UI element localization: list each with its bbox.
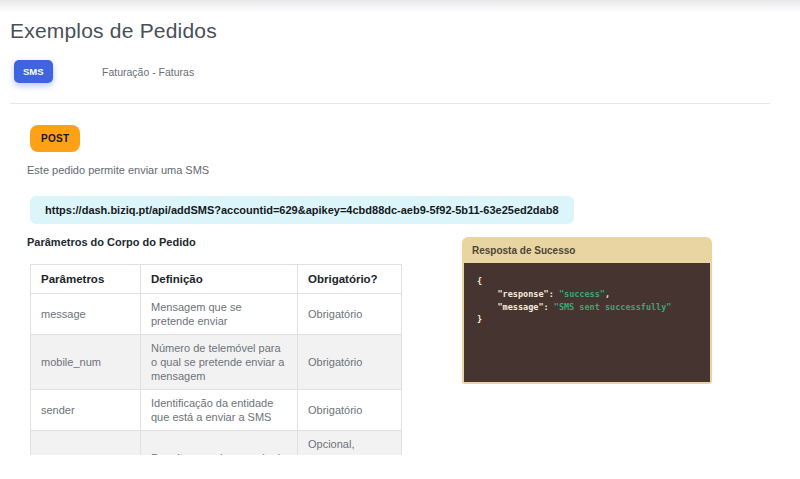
top-shadow-strip bbox=[0, 0, 800, 13]
tab-faturacao-faturas[interactable]: Faturação - Faturas bbox=[102, 66, 194, 78]
code-brace-open: { bbox=[477, 276, 482, 286]
table-row: sender Identificação da entidade que est… bbox=[31, 390, 402, 431]
param-required: Obrigatório bbox=[298, 294, 402, 335]
section-divider bbox=[10, 103, 770, 104]
tab-sms[interactable]: SMS bbox=[14, 60, 53, 83]
table-row: message Mensagem que se pretende enviar … bbox=[31, 294, 402, 335]
params-table: Parâmetros Definição Obrigatório? messag… bbox=[30, 264, 402, 455]
code-value: "success" bbox=[559, 289, 605, 299]
success-response-panel: Resposta de Sucesso { "response": "succe… bbox=[462, 237, 712, 384]
param-definition: Número de telemóvel para o qual se prete… bbox=[141, 335, 298, 390]
response-code-block: { "response": "success", "message": "SMS… bbox=[464, 263, 710, 382]
api-docs-page: Exemplos de Pedidos SMS Faturação - Fatu… bbox=[0, 0, 800, 479]
param-name: sender bbox=[31, 390, 141, 431]
request-description: Este pedido permite enviar uma SMS bbox=[27, 164, 209, 176]
code-key: "response": bbox=[477, 289, 559, 299]
table-row: mobile_num Número de telemóvel para o qu… bbox=[31, 335, 402, 390]
param-name: mobile_num bbox=[31, 335, 141, 390]
params-table-container: Parâmetros Definição Obrigatório? messag… bbox=[30, 264, 402, 455]
endpoint-url[interactable]: https://dash.biziq.pt/api/addSMS?account… bbox=[30, 196, 574, 224]
param-required: Opcional, apenas obrigatório no caso bbox=[298, 431, 402, 456]
param-required: Obrigatório bbox=[298, 390, 402, 431]
param-definition: Permite agendar o envio da mensagem bbox=[141, 431, 298, 456]
param-name bbox=[31, 431, 141, 456]
table-header-row: Parâmetros Definição Obrigatório? bbox=[31, 265, 402, 294]
code-comma: , bbox=[605, 289, 610, 299]
table-row: Permite agendar o envio da mensagem Opci… bbox=[31, 431, 402, 456]
code-brace-close: } bbox=[477, 314, 482, 324]
code-value: "SMS sent successfully" bbox=[554, 302, 672, 312]
page-title: Exemplos de Pedidos bbox=[10, 19, 217, 43]
http-method-badge: POST bbox=[30, 125, 80, 152]
code-key: "message": bbox=[477, 302, 554, 312]
col-header-parametros: Parâmetros bbox=[31, 265, 141, 294]
param-definition: Mensagem que se pretende enviar bbox=[141, 294, 298, 335]
col-header-obrigatorio: Obrigatório? bbox=[298, 265, 402, 294]
success-response-title: Resposta de Sucesso bbox=[464, 237, 710, 263]
param-name: message bbox=[31, 294, 141, 335]
param-definition: Identificação da entidade que está a env… bbox=[141, 390, 298, 431]
col-header-definicao: Definição bbox=[141, 265, 298, 294]
params-table-heading: Parâmetros do Corpo do Pedido bbox=[27, 236, 196, 248]
param-required: Obrigatório bbox=[298, 335, 402, 390]
